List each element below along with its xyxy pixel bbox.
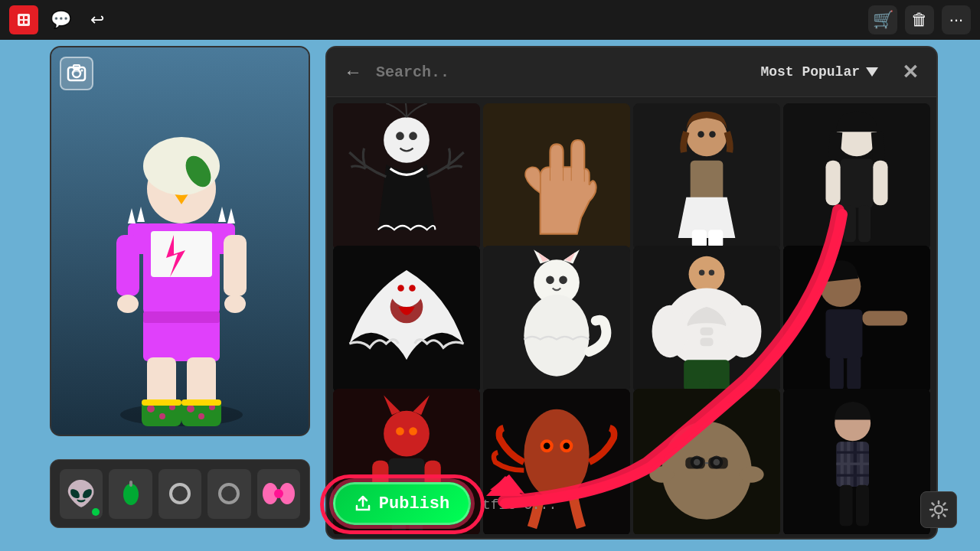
outfit-creator-text: tfit C... [482,497,557,513]
grid-item-dark-character[interactable] [783,103,930,250]
sort-button[interactable]: Most Popular [751,60,887,84]
accessory-item-ring2[interactable] [207,469,250,519]
grid-item-gothic-doll[interactable] [333,103,480,250]
svg-point-128 [564,442,570,449]
accessory-bar: 👽 [50,459,310,528]
roblox-logo-icon[interactable] [9,5,38,34]
grid-item-muscular[interactable] [633,246,780,393]
trash-icon[interactable]: 🗑 [905,5,934,34]
svg-point-94 [689,256,725,292]
svg-rect-77 [844,205,856,242]
svg-point-113 [384,410,430,456]
svg-rect-0 [18,14,30,26]
svg-rect-111 [783,246,930,393]
screenshot-button[interactable] [60,57,93,90]
svg-rect-23 [116,235,139,296]
svg-point-92 [524,295,589,377]
svg-rect-151 [856,485,869,526]
svg-point-68 [709,131,716,138]
svg-point-138 [649,466,674,482]
svg-point-95 [699,270,704,276]
svg-point-152 [935,506,942,514]
svg-rect-50 [129,481,132,487]
svg-rect-136 [708,457,728,468]
svg-rect-69 [691,161,724,201]
svg-rect-74 [841,159,874,208]
svg-rect-44 [181,399,221,406]
grid-item-cat-girl[interactable] [483,246,630,393]
svg-point-57 [384,117,430,163]
svg-point-83 [409,285,416,292]
grid-item-hand[interactable] [483,103,630,250]
svg-point-41 [198,413,204,419]
svg-point-117 [409,427,417,435]
sort-triangle-icon [866,67,878,77]
publish-button[interactable]: Publish [333,482,471,525]
cart-icon[interactable]: 🛒 [868,5,897,34]
accessory-item-green-charm[interactable] [109,469,152,519]
svg-rect-71 [708,230,723,247]
accessory-item-ring1[interactable] [158,469,201,519]
svg-rect-98 [700,328,713,336]
chat-icon[interactable]: 💬 [46,5,75,34]
svg-point-90 [546,276,554,285]
back-button[interactable]: ← [339,58,367,86]
svg-point-139 [740,466,764,482]
svg-point-26 [224,295,246,313]
grid-item-angel-demon[interactable] [333,246,480,393]
svg-rect-135 [685,457,705,468]
settings-button[interactable] [920,491,957,528]
close-button[interactable]: ✕ [897,58,924,86]
svg-point-40 [187,405,194,412]
svg-rect-150 [840,485,853,526]
items-grid [327,97,936,534]
svg-point-25 [117,295,139,313]
svg-rect-2 [24,16,28,19]
svg-point-21 [143,137,220,195]
svg-point-124 [524,409,589,498]
accessory-item-bow[interactable] [257,469,300,519]
svg-point-48 [81,70,83,72]
accessory-item-alien[interactable]: 👽 [60,469,103,519]
svg-point-59 [409,132,417,140]
svg-rect-43 [142,399,181,406]
svg-rect-76 [873,161,887,206]
svg-point-96 [709,270,714,276]
svg-rect-75 [825,161,840,206]
more-icon[interactable]: ··· [942,5,971,34]
svg-point-67 [697,131,704,138]
svg-point-58 [396,132,404,140]
svg-point-66 [686,116,727,156]
svg-point-81 [390,275,423,308]
undo-icon[interactable]: ↩ [83,5,112,34]
svg-rect-32 [143,311,220,323]
browser-header: ← Most Popular ✕ [327,47,936,97]
svg-rect-1 [20,16,23,19]
svg-point-100 [652,305,688,357]
svg-point-55 [274,489,283,498]
svg-point-116 [396,427,404,435]
svg-rect-70 [692,230,707,247]
svg-point-91 [559,276,567,285]
svg-point-49 [123,484,139,505]
svg-rect-24 [224,235,247,296]
search-input[interactable] [376,64,742,81]
grid-item-brown-character[interactable] [633,103,780,250]
svg-rect-78 [858,205,871,242]
svg-point-82 [397,285,404,292]
grid-item-dark-figure[interactable] [783,246,930,393]
avatar-panel [50,46,310,436]
publish-label: Publish [379,494,449,514]
browser-panel: ← Most Popular ✕ [325,46,938,540]
svg-point-38 [159,413,165,419]
grid-item-dark-person2[interactable] [783,389,930,534]
top-bar-right: 🛒 🗑 ··· [868,5,971,34]
top-bar: 💬 ↩ 🛒 🗑 ··· [0,0,980,40]
svg-point-52 [220,484,238,503]
svg-point-37 [147,405,155,412]
svg-point-51 [171,484,189,503]
svg-rect-4 [24,21,28,24]
grid-item-blob[interactable] [633,389,780,534]
svg-point-127 [544,442,550,449]
svg-rect-3 [20,21,23,24]
